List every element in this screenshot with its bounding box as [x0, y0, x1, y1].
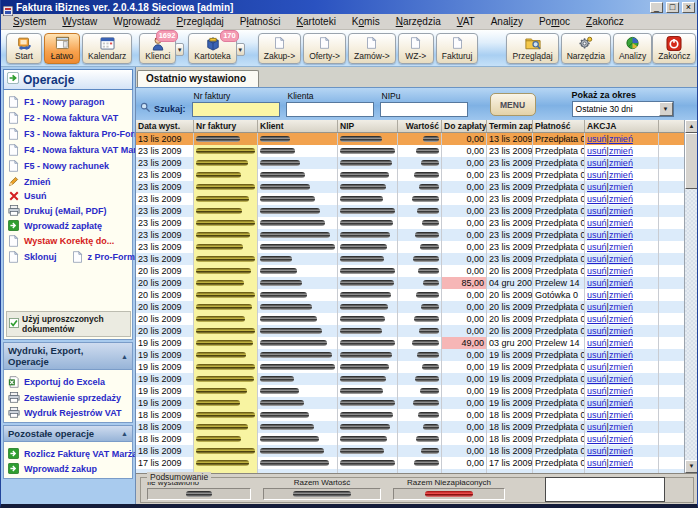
table-row[interactable]: 19 lis 20090,0019 lis 2009Przedpłata 0us…	[136, 361, 684, 373]
delete-link[interactable]: usuń	[587, 229, 607, 241]
chevron-down-icon[interactable]: ▼	[175, 43, 184, 56]
table-row[interactable]: 18 lis 20090,0018 lis 2009Przedpłata 0us…	[136, 445, 684, 457]
sidebar-item-z-pro-formy[interactable]: z Pro-Formy	[71, 251, 141, 263]
toolbar-zakup[interactable]: Zakup->	[258, 33, 301, 64]
sidebar-item-exportuj-do-excela[interactable]: Exportuj do Excela	[6, 374, 131, 390]
sidebar-item-wprowad-zakup[interactable]: Wprowadź zakup	[6, 461, 131, 476]
delete-link[interactable]: usuń	[587, 157, 607, 169]
toolbar-kartoteka[interactable]: 170Kartoteka▼	[188, 33, 236, 64]
edit-link[interactable]: zmień	[609, 277, 633, 289]
delete-link[interactable]: usuń	[587, 289, 607, 301]
table-row[interactable]: 23 lis 20090,0023 lis 2009Przedpłata 0us…	[136, 181, 684, 193]
col-header-due-date[interactable]: Termin zapł.	[487, 120, 533, 132]
col-header-client[interactable]: Klient	[258, 120, 338, 132]
sidebar-item-f1-nowy-paragon[interactable]: F1 - Nowy paragon	[6, 94, 131, 110]
delete-link[interactable]: usuń	[587, 397, 607, 409]
toolbar-kalendarz[interactable]: Kalendarz	[82, 33, 132, 64]
table-row[interactable]: 19 lis 20090,0019 lis 2009Przedpłata 0us…	[136, 397, 684, 409]
table-row[interactable]: 20 lis 20090,0020 lis 2009Przedpłata 0us…	[136, 325, 684, 337]
edit-link[interactable]: zmień	[609, 289, 633, 301]
chevron-down-icon[interactable]: ▼	[659, 102, 673, 116]
table-row[interactable]: 20 lis 20090,0020 lis 2009Przedpłata 0us…	[136, 265, 684, 277]
col-header-payment[interactable]: Płatność	[533, 120, 585, 132]
delete-link[interactable]: usuń	[587, 385, 607, 397]
menu-zako-cz[interactable]: Zakończ	[578, 15, 632, 28]
menu-wystaw[interactable]: Wystaw	[54, 15, 105, 28]
table-row[interactable]: 18 lis 20090,0018 lis 2009Przedpłata 0us…	[136, 421, 684, 433]
edit-link[interactable]: zmień	[609, 385, 633, 397]
sidebar-item-zestawienie-sprzeda-y[interactable]: Zestawienie sprzedaży	[6, 390, 131, 405]
table-row[interactable]: 20 lis 20090,0020 lis 2009Przedpłata 0us…	[136, 313, 684, 325]
edit-link[interactable]: zmień	[609, 241, 633, 253]
sidebar-item-wydruk-rejestr-w-vat[interactable]: Wydruk Rejestrów VAT	[6, 405, 131, 420]
toolbar-start[interactable]: Start	[6, 33, 42, 64]
menu-wprowad[interactable]: Wprowadź	[105, 15, 168, 28]
delete-link[interactable]: usuń	[587, 253, 607, 265]
table-row[interactable]: 23 lis 20090,0023 lis 2009Przedpłata 0us…	[136, 253, 684, 265]
edit-link[interactable]: zmień	[609, 361, 633, 373]
edit-link[interactable]: zmień	[609, 229, 633, 241]
sidebar-item-f5-nowy-rachunek[interactable]: F5 - Nowy rachunek	[6, 158, 131, 174]
delete-link[interactable]: usuń	[587, 349, 607, 361]
sidebar-item-f3-nowa-faktura-pro-forma[interactable]: F3 - Nowa faktura Pro-Forma	[6, 126, 131, 142]
col-header-date[interactable]: Data wyst.	[136, 120, 194, 132]
edit-link[interactable]: zmień	[609, 337, 633, 349]
menu-komis[interactable]: Komis	[344, 15, 388, 28]
menu-p-atno-ci[interactable]: Płatności	[232, 15, 289, 28]
minimize-button[interactable]: _	[650, 2, 663, 13]
col-header-action[interactable]: AKCJA	[585, 120, 659, 132]
table-row[interactable]: 20 lis 20090,0020 lis 2009Przedpłata 0us…	[136, 301, 684, 313]
delete-link[interactable]: usuń	[587, 145, 607, 157]
edit-link[interactable]: zmień	[609, 265, 633, 277]
delete-link[interactable]: usuń	[587, 433, 607, 445]
edit-link[interactable]: zmień	[609, 313, 633, 325]
edit-link[interactable]: zmień	[609, 433, 633, 445]
menu-przegl-daj[interactable]: Przeglądaj	[169, 15, 232, 28]
delete-link[interactable]: usuń	[587, 373, 607, 385]
table-row[interactable]: 13 lis 20090,0013 lis 2009Przedpłata 0us…	[136, 133, 684, 145]
menu-analizy[interactable]: Analizy	[483, 15, 531, 28]
edit-link[interactable]: zmień	[609, 301, 633, 313]
col-header-nip[interactable]: NIP	[338, 120, 398, 132]
menu-system[interactable]: System	[5, 15, 54, 28]
scroll-down-icon[interactable]: ▼	[685, 460, 698, 473]
toolbar-narz-dzia[interactable]: Narzędzia	[561, 33, 611, 64]
table-row[interactable]: 23 lis 20090,0023 lis 2009Przedpłata 0us…	[136, 205, 684, 217]
edit-link[interactable]: zmień	[609, 205, 633, 217]
delete-link[interactable]: usuń	[587, 421, 607, 433]
edit-link[interactable]: zmień	[609, 349, 633, 361]
edit-link[interactable]: zmień	[609, 373, 633, 385]
delete-link[interactable]: usuń	[587, 217, 607, 229]
table-row[interactable]: 19 lis 20090,0019 lis 2009Przedpłata 0us…	[136, 349, 684, 361]
table-row[interactable]: 23 lis 20090,0023 lis 2009Przedpłata 0us…	[136, 157, 684, 169]
delete-link[interactable]: usuń	[587, 169, 607, 181]
collapse-icon[interactable]: ▲	[121, 430, 128, 437]
scrollbar-thumb[interactable]	[685, 133, 698, 189]
scroll-up-icon[interactable]: ▲	[685, 120, 698, 133]
table-row[interactable]: 19 lis 20090,0019 lis 2009Przedpłata 0us…	[136, 385, 684, 397]
edit-link[interactable]: zmień	[609, 169, 633, 181]
table-row[interactable]: 19 lis 200949,0003 gru 2009Przelew 14usu…	[136, 337, 684, 349]
toolbar-zako-cz[interactable]: Zakończ	[652, 33, 696, 64]
menu-narz-dzia[interactable]: Narzędzia	[388, 15, 449, 28]
sidebar-item-usu[interactable]: Usuń	[6, 189, 131, 203]
sidebar-item-wprowad-zap-at[interactable]: Wprowadź zapłatę	[6, 218, 131, 233]
menu-vat[interactable]: VAT	[449, 15, 483, 28]
edit-link[interactable]: zmień	[609, 157, 633, 169]
nip-input[interactable]	[380, 102, 468, 117]
menu-button[interactable]: MENU	[490, 93, 536, 116]
table-row[interactable]: 23 lis 20090,0023 lis 2009Przedpłata 0us…	[136, 193, 684, 205]
edit-link[interactable]: zmień	[609, 409, 633, 421]
menu-kartoteki[interactable]: Kartoteki	[288, 15, 343, 28]
edit-link[interactable]: zmień	[609, 253, 633, 265]
vertical-scrollbar[interactable]: ▲ ▼	[684, 120, 698, 473]
edit-link[interactable]: zmień	[609, 145, 633, 157]
delete-link[interactable]: usuń	[587, 409, 607, 421]
sidebar-section-pozosta-e-operacje[interactable]: Pozostałe operacje▲	[3, 425, 133, 442]
delete-link[interactable]: usuń	[587, 265, 607, 277]
invoice-no-input[interactable]	[192, 102, 280, 117]
table-row[interactable]: 17 lis 20090,0017 lis 2009Przedpłata 0us…	[136, 457, 684, 469]
maximize-button[interactable]: □	[666, 2, 679, 13]
sidebar-item-zmie[interactable]: Zmień	[6, 174, 131, 189]
delete-link[interactable]: usuń	[587, 205, 607, 217]
